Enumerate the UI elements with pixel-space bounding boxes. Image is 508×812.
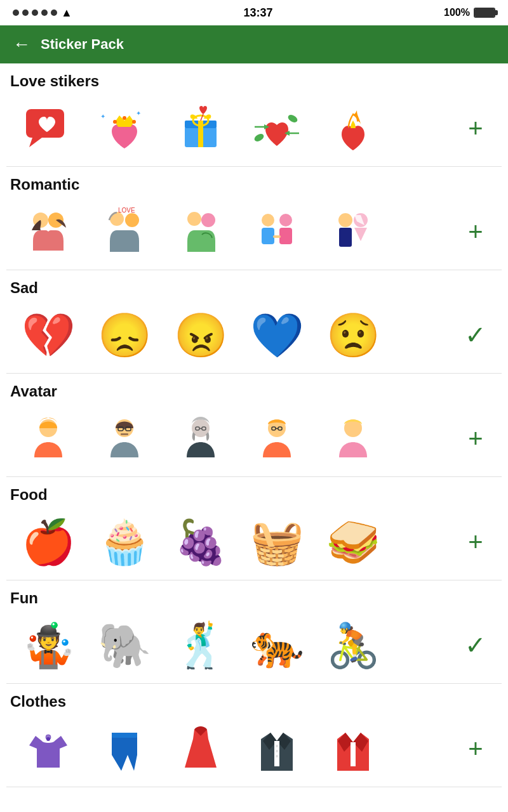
- emoji-grapes: 🍇: [174, 520, 228, 563]
- sticker-romantic-1[interactable]: [10, 200, 86, 263]
- status-time: 13:37: [243, 6, 272, 20]
- status-left: ▲: [13, 6, 72, 20]
- svg-point-57: [276, 755, 278, 757]
- sticker-clothes-jacket[interactable]: [315, 717, 391, 780]
- sticker-avatar-3[interactable]: [163, 407, 239, 470]
- sticker-fun-cyclist[interactable]: 🚴: [315, 613, 391, 677]
- check-icon-sad[interactable]: ✓: [465, 320, 486, 350]
- emoji-apple: 🍎: [22, 520, 76, 563]
- sticker-row-food: 🍎 🧁 🍇 🧺 🥪 +: [10, 510, 498, 573]
- love-action[interactable]: +: [453, 114, 498, 143]
- sticker-clothes-shirt[interactable]: [10, 717, 86, 780]
- svg-point-4: [123, 116, 126, 120]
- sticker-sad-4[interactable]: 💙: [239, 303, 315, 367]
- sticker-row-avatar: +: [10, 407, 498, 470]
- sticker-romantic-2[interactable]: LOVE: [86, 200, 163, 263]
- svg-point-25: [201, 213, 215, 227]
- sticker-food-sandwich[interactable]: 🥪: [315, 510, 391, 573]
- avatar-action[interactable]: +: [453, 424, 498, 453]
- svg-point-50: [46, 737, 50, 741]
- section-food: Food 🍎 🧁 🍇 🧺 🥪 +: [6, 477, 502, 580]
- sticker-fun-elephant[interactable]: 🐘: [86, 613, 163, 677]
- svg-marker-1: [29, 138, 42, 147]
- svg-point-31: [338, 213, 352, 227]
- svg-rect-36: [121, 433, 128, 435]
- sticker-love-arrows[interactable]: [239, 96, 315, 160]
- romantic-action[interactable]: +: [453, 218, 498, 246]
- plus-icon-food[interactable]: +: [468, 528, 483, 556]
- section-title-love: Love stikers: [10, 72, 498, 90]
- sticker-sad-5[interactable]: 😟: [315, 303, 391, 367]
- section-title-avatar: Avatar: [10, 383, 498, 400]
- sticker-food-grapes[interactable]: 🍇: [163, 510, 239, 573]
- svg-text:✦: ✦: [100, 113, 105, 120]
- sticker-row-clothes: +: [10, 717, 498, 780]
- emoji-cupcake: 🧁: [98, 520, 152, 563]
- plus-icon-clothes[interactable]: +: [468, 735, 483, 763]
- clothes-action[interactable]: +: [453, 735, 498, 763]
- sticker-clothes-suit[interactable]: [239, 717, 315, 780]
- sticker-sad-3[interactable]: 😠: [163, 303, 239, 367]
- sad-action[interactable]: ✓: [453, 320, 498, 350]
- sticker-sad-1[interactable]: 💔: [10, 303, 86, 367]
- emoji-cyclist: 🚴: [326, 624, 380, 667]
- sticker-clothes-jeans[interactable]: [86, 717, 163, 780]
- emoji-clown: 🤹: [22, 624, 76, 667]
- svg-point-17: [253, 133, 265, 143]
- sticker-avatar-5[interactable]: [315, 407, 391, 470]
- section-title-sad: Sad: [10, 279, 498, 297]
- section-fun: Fun 🤹 🐘 🕺 🐅 🚴 ✓: [6, 580, 502, 684]
- plus-icon-love[interactable]: +: [468, 114, 483, 143]
- section-title-romantic: Romantic: [10, 176, 498, 193]
- sticker-food-basket[interactable]: 🧺: [239, 510, 315, 573]
- wifi-icon: ▲: [61, 6, 72, 20]
- sticker-romantic-4[interactable]: [239, 200, 315, 263]
- svg-point-5: [132, 120, 136, 124]
- sticker-row-sad: 💔 😞 😠 💙 😟 ✓: [10, 303, 498, 367]
- back-button[interactable]: ←: [13, 34, 30, 55]
- section-title-fun: Fun: [10, 589, 498, 607]
- sticker-romantic-5[interactable]: [315, 200, 391, 263]
- sticker-avatar-1[interactable]: [10, 407, 86, 470]
- svg-point-18: [287, 114, 299, 124]
- section-avatar: Avatar: [6, 374, 502, 477]
- signal-dots: [13, 10, 57, 16]
- svg-rect-33: [339, 228, 352, 247]
- svg-rect-53: [112, 733, 137, 738]
- sticker-fun-tiger[interactable]: 🐅: [239, 613, 315, 677]
- emoji-sad-heart: 💔: [22, 313, 76, 357]
- food-action[interactable]: +: [453, 528, 498, 556]
- sticker-love-chat[interactable]: [10, 96, 86, 160]
- svg-point-55: [276, 745, 278, 747]
- sticker-avatar-2[interactable]: [86, 407, 163, 470]
- sticker-romantic-3[interactable]: [163, 200, 239, 263]
- svg-rect-28: [262, 228, 274, 244]
- app-header: ← Sticker Pack: [0, 25, 508, 63]
- fun-action[interactable]: ✓: [453, 631, 498, 660]
- emoji-basket: 🧺: [250, 520, 304, 563]
- svg-point-22: [125, 213, 139, 227]
- sticker-sad-2[interactable]: 😞: [86, 303, 163, 367]
- sticker-row-love: ✦ ✦: [10, 96, 498, 160]
- sticker-fun-clown[interactable]: 🤹: [10, 613, 86, 677]
- section-romantic: Romantic LOVE: [6, 167, 502, 270]
- sticker-love-gift[interactable]: [163, 96, 239, 160]
- header-title: Sticker Pack: [41, 36, 124, 53]
- emoji-sandwich: 🥪: [326, 520, 380, 563]
- sticker-avatar-4[interactable]: [239, 407, 315, 470]
- section-title-clothes: Clothes: [10, 693, 498, 710]
- sticker-love-crown[interactable]: ✦ ✦: [86, 96, 163, 160]
- status-bar: ▲ 13:37 100%: [0, 0, 508, 25]
- emoji-sad-face2: 😟: [326, 313, 380, 357]
- check-icon-fun[interactable]: ✓: [465, 631, 486, 660]
- svg-point-24: [187, 212, 201, 226]
- status-right: 100%: [444, 7, 495, 18]
- sticker-clothes-dress[interactable]: [163, 717, 239, 780]
- sticker-fun-dancer[interactable]: 🕺: [163, 613, 239, 677]
- svg-point-3: [113, 120, 117, 124]
- sticker-food-apple[interactable]: 🍎: [10, 510, 86, 573]
- plus-icon-avatar[interactable]: +: [468, 424, 483, 453]
- sticker-food-cupcake[interactable]: 🧁: [86, 510, 163, 573]
- sticker-love-flame[interactable]: [315, 96, 391, 160]
- plus-icon-romantic[interactable]: +: [468, 218, 483, 246]
